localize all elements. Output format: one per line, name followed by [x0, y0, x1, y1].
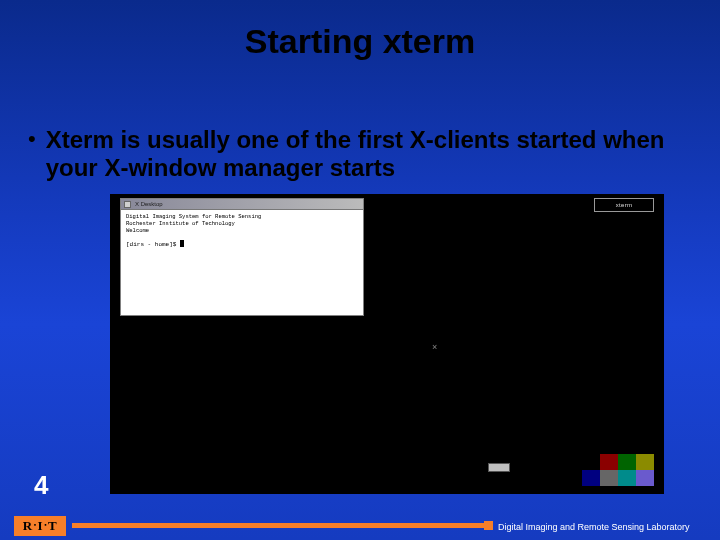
- footer-square-icon: [484, 521, 493, 530]
- slide-title: Starting xterm: [0, 0, 720, 61]
- color-cell: [582, 454, 600, 470]
- prompt-text: [dirs - home]$: [126, 241, 180, 248]
- menu-item-xterm: xterm: [616, 202, 633, 208]
- color-cell: [636, 470, 654, 486]
- window-menu-icon: [124, 201, 131, 208]
- xterm-prompt: [dirs - home]$: [121, 234, 363, 248]
- color-palette: [582, 454, 654, 486]
- bullet-text: Xterm is usually one of the first X-clie…: [46, 126, 688, 182]
- color-cell: [618, 470, 636, 486]
- taskbar-item: [488, 463, 510, 472]
- page-number: 4: [34, 470, 48, 501]
- rit-logo: R•I•T: [14, 516, 66, 536]
- motd-line: Rochester Institute of Technology: [126, 220, 235, 227]
- color-cell: [600, 454, 618, 470]
- bullet-item: • Xterm is usually one of the first X-cl…: [28, 126, 688, 182]
- color-cell: [600, 470, 618, 486]
- desktop-menu: xterm: [594, 198, 654, 212]
- footer-divider: [72, 523, 484, 528]
- xterm-window-title: X Desktop: [135, 201, 163, 207]
- logo-r: R: [23, 518, 33, 533]
- bullet-marker: •: [28, 126, 36, 152]
- xterm-motd: Digital Imaging System for Remote Sensin…: [121, 210, 363, 234]
- embedded-screenshot: X Desktop Digital Imaging System for Rem…: [110, 194, 664, 494]
- color-cell: [618, 454, 636, 470]
- xterm-window: X Desktop Digital Imaging System for Rem…: [120, 198, 364, 316]
- footer-lab-name: Digital Imaging and Remote Sensing Labor…: [498, 522, 690, 532]
- color-cell: [582, 470, 600, 486]
- logo-t: T: [48, 518, 57, 533]
- footer: R•I•T Digital Imaging and Remote Sensing…: [0, 508, 720, 540]
- motd-line: Welcome: [126, 227, 149, 234]
- cursor-mark-icon: ×: [432, 342, 437, 352]
- motd-line: Digital Imaging System for Remote Sensin…: [126, 213, 261, 220]
- rit-logo-text: R•I•T: [23, 518, 58, 534]
- color-cell: [636, 454, 654, 470]
- cursor-icon: [180, 240, 184, 247]
- xterm-titlebar: X Desktop: [121, 199, 363, 210]
